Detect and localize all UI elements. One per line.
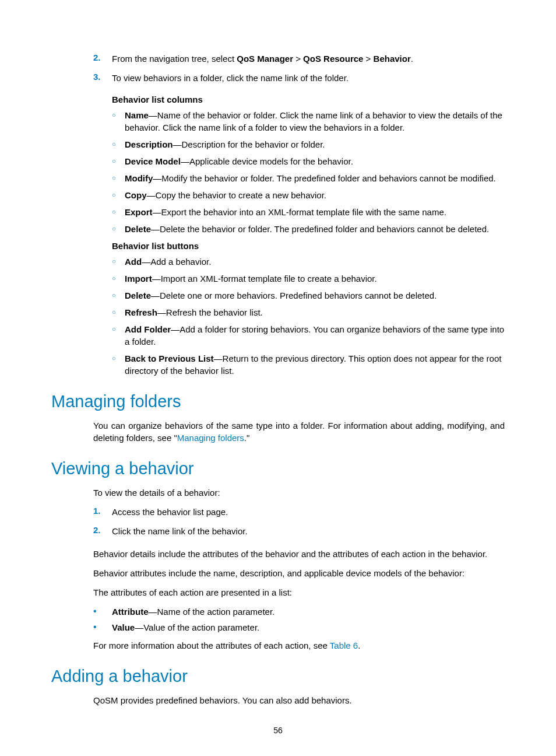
list-item: ○Import—Import an XML-format template fi… [112,272,505,285]
list-item-text: Back to Previous List—Return to the prev… [125,352,505,377]
procedure-steps: 2. From the navigation tree, select QoS … [93,52,505,84]
step-number: 3. [93,72,112,82]
bullet-icon: ○ [112,138,125,149]
bullet-icon: ○ [112,306,125,317]
step-number: 2. [93,525,112,535]
viewing-p1: Behavior details include the attributes … [93,548,505,560]
heading-managing-folders: Managing folders [51,392,505,411]
viewing-p2: Behavior attributes include the name, de… [93,567,505,579]
sub-heading: Behavior list columns [112,94,505,104]
list-item: ○Add—Add a behavior. [112,256,505,268]
list-item: ○Export—Export the behavior into an XML-… [112,206,505,218]
behavior-list-columns-block: Behavior list columns ○Name—Name of the … [112,94,505,377]
list-item-text: Add—Add a behavior. [125,256,505,268]
list-item-text: Add Folder—Add a folder for storing beha… [125,323,505,348]
adding-p1: QoSM provides predefined behaviors. You … [93,694,505,706]
bullet-icon: ○ [112,289,125,300]
step-3: 3. To view behaviors in a folder, click … [93,72,505,84]
list-item: ○Name—Name of the behavior or folder. Cl… [112,109,505,134]
list-item-text: Delete—Delete one or more behaviors. Pre… [125,289,505,302]
step-text: From the navigation tree, select QoS Man… [112,52,505,65]
list-item: •Value—Value of the action parameter. [93,621,505,634]
action-attributes-list: •Attribute—Name of the action parameter.… [93,606,505,634]
viewing-step-1: 1. Access the behavior list page. [93,506,505,518]
bullet-icon: ○ [112,172,125,183]
list-item: ○Delete—Delete the behavior or folder. T… [112,223,505,235]
list-item: ○Modify—Modify the behavior or folder. T… [112,172,505,184]
bullet-icon: • [93,621,112,632]
link-table-6[interactable]: Table 6 [330,640,358,650]
managing-folders-paragraph: You can organize behaviors of the same t… [93,419,505,444]
list-item-text: Value—Value of the action parameter. [112,621,505,634]
list-item-text: Copy—Copy the behavior to create a new b… [125,189,505,201]
step-text: Click the name link of the behavior. [112,525,505,537]
list-item-text: Name—Name of the behavior or folder. Cli… [125,109,505,134]
bullet-icon: ○ [112,223,125,233]
list-item-text: Delete—Delete the behavior or folder. Th… [125,223,505,235]
list-item-text: Description—Description for the behavior… [125,138,505,150]
step-2: 2. From the navigation tree, select QoS … [93,52,505,65]
viewing-p3: The attributes of each action are presen… [93,586,505,598]
link-managing-folders[interactable]: Managing folders [177,433,244,443]
list-item: ○Copy—Copy the behavior to create a new … [112,189,505,201]
step-number: 2. [93,52,112,62]
list-item-text: Refresh—Refresh the behavior list. [125,306,505,318]
list-item: ○Description—Description for the behavio… [112,138,505,150]
list-item: ○Refresh—Refresh the behavior list. [112,306,505,318]
bullet-icon: ○ [112,352,125,363]
list-item-text: Import—Import an XML-format template fil… [125,272,505,285]
heading-viewing-behavior: Viewing a behavior [51,459,505,478]
viewing-intro: To view the details of a behavior: [93,487,505,499]
list-item: ○Back to Previous List—Return to the pre… [112,352,505,377]
list-item: •Attribute—Name of the action parameter. [93,606,505,618]
step-text: Access the behavior list page. [112,506,505,518]
bullet-icon: ○ [112,323,125,334]
bullet-icon: ○ [112,272,125,283]
list-item-text: Export—Export the behavior into an XML-f… [125,206,505,218]
viewing-steps: 1. Access the behavior list page. 2. Cli… [93,506,505,537]
list-item: ○Add Folder—Add a folder for storing beh… [112,323,505,348]
step-number: 1. [93,506,112,516]
page-number: 56 [0,726,556,735]
list-item-text: Modify—Modify the behavior or folder. Th… [125,172,505,184]
buttons-list: ○Add—Add a behavior.○Import—Import an XM… [112,256,505,377]
bullet-icon: • [93,606,112,617]
bullet-icon: ○ [112,109,125,120]
viewing-step-2: 2. Click the name link of the behavior. [93,525,505,537]
viewing-more-info: For more information about the attribute… [93,639,505,652]
list-item-text: Device Model—Applicable device models fo… [125,155,505,167]
list-item: ○Device Model—Applicable device models f… [112,155,505,167]
document-page: 2. From the navigation tree, select QoS … [0,0,556,756]
heading-adding-behavior: Adding a behavior [51,667,505,686]
bullet-icon: ○ [112,189,125,200]
columns-list: ○Name—Name of the behavior or folder. Cl… [112,109,505,235]
list-item-text: Attribute—Name of the action parameter. [112,606,505,618]
sub-heading: Behavior list buttons [112,241,505,251]
bullet-icon: ○ [112,206,125,216]
list-item: ○Delete—Delete one or more behaviors. Pr… [112,289,505,302]
bullet-icon: ○ [112,155,125,166]
step-text: To view behaviors in a folder, click the… [112,72,505,84]
bullet-icon: ○ [112,256,125,266]
